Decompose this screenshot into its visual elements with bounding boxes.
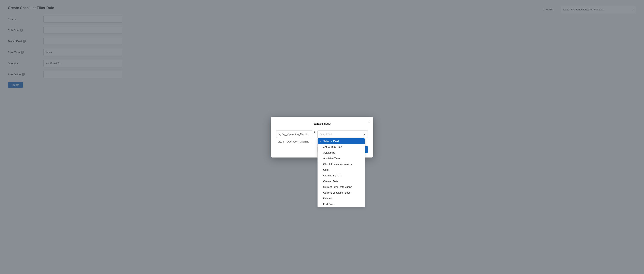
dropdown-item-current-error-instructions[interactable]: Current Error Instructions (318, 184, 364, 190)
path-label: sfy24__Operation_Machine__c (276, 140, 312, 143)
chevron-down-icon (364, 134, 366, 135)
field-select-row: sfy24__Operation_Machine__c ▶ Select Fie… (276, 130, 368, 138)
dropdown-item-check-escalation-value[interactable]: Check Escalation Value > (318, 161, 364, 167)
dropdown-item-availability[interactable]: Availability (318, 150, 364, 156)
dropdown-item-select-a-field[interactable]: Select a Field (318, 138, 364, 144)
dropdown-item-created-date[interactable]: Created Date (318, 178, 364, 184)
dropdown-item-deleted[interactable]: Deleted (318, 196, 364, 201)
dropdown-item-end-date[interactable]: End Date (318, 201, 364, 207)
modal-overlay: Select field × sfy24__Operation_Machine_… (0, 0, 644, 274)
path-selector[interactable]: sfy24__Operation_Machine__c (276, 130, 312, 138)
select-field-modal: Select field × sfy24__Operation_Machine_… (271, 117, 373, 158)
dropdown-item-actual-run-time[interactable]: Actual Run Time (318, 144, 364, 150)
modal-title: Select field (276, 122, 368, 126)
path-label: sfy24__Operation_Machine__c (278, 133, 310, 136)
dropdown-item-current-escalation-level[interactable]: Current Escalation Level (318, 190, 364, 196)
field-selector-trigger[interactable]: Select Field (318, 130, 368, 138)
dropdown-item-created-by-id[interactable]: Created By ID > (318, 173, 364, 178)
field-dropdown-menu[interactable]: Select a FieldActual Run TimeAvailabilit… (318, 138, 365, 207)
field-dropdown[interactable]: Select Field Select a FieldActual Run Ti… (318, 130, 368, 138)
path-arrow-icon: ▶ (312, 130, 318, 133)
field-placeholder: Select Field (320, 133, 333, 136)
dropdown-item-available-time[interactable]: Available Time (318, 156, 364, 161)
dropdown-item-color[interactable]: Color (318, 167, 364, 173)
modal-close-button[interactable]: × (368, 119, 370, 123)
